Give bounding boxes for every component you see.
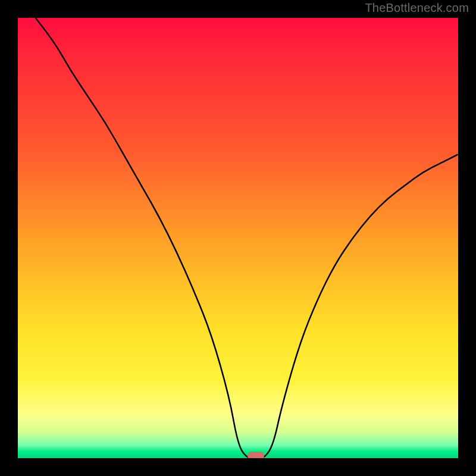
min-marker-icon (248, 452, 264, 458)
bottleneck-curve (18, 18, 458, 458)
watermark: TheBottleneck.com (365, 1, 469, 15)
chart-frame: TheBottleneck.com (0, 0, 476, 476)
plot-area (18, 18, 458, 458)
